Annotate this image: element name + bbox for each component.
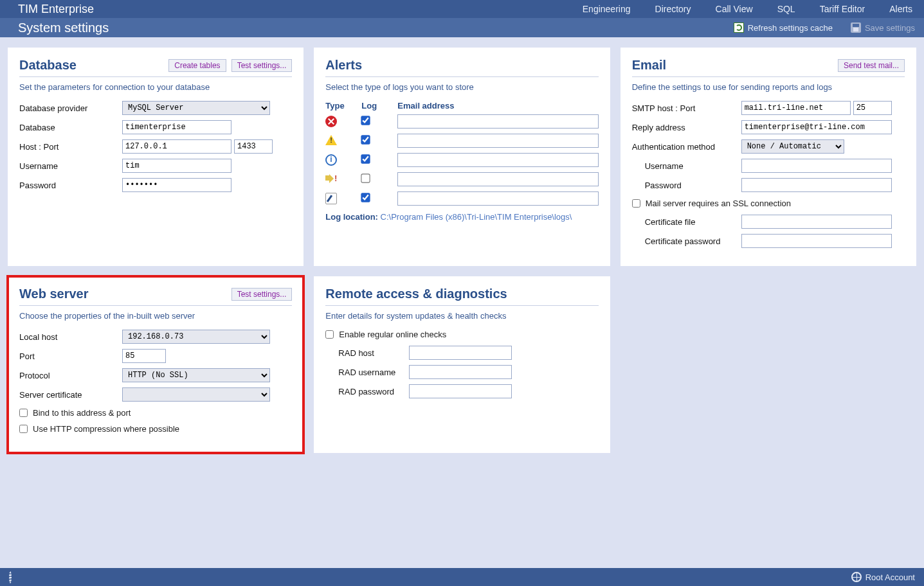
database-desc: Set the parameters for connection to you… [19, 82, 292, 92]
rad-pass-label: RAD password [325, 387, 409, 396]
rad-host-label: RAD host [325, 348, 409, 358]
save-settings-button[interactable]: Save settings [851, 22, 915, 33]
auth-label: Authentication method [632, 142, 741, 152]
cert-input[interactable] [741, 215, 892, 229]
db-password-input[interactable] [122, 178, 231, 192]
ssl-checkbox[interactable] [632, 199, 640, 208]
log-location: Log location: C:\Program Files (x86)\Tri… [325, 212, 598, 222]
enable-checks-label: Enable regular online checks [339, 330, 446, 339]
db-name-label: Database [19, 123, 122, 132]
alerts-row-error [325, 114, 598, 129]
auth-select[interactable]: None / Automatic [741, 139, 844, 154]
brand-light: Enterprise [38, 3, 94, 15]
db-host-input[interactable] [122, 139, 231, 154]
compress-label: Use HTTP compression where possible [33, 424, 179, 434]
alerts-error-email-input[interactable] [397, 114, 598, 129]
email-desc: Define the settings to use for sending r… [632, 82, 905, 92]
db-hostport-label: Host : Port [19, 142, 122, 152]
smtp-label: SMTP host : Port [632, 103, 741, 113]
nav-engineering[interactable]: Engineering [583, 4, 631, 14]
ws-port-input[interactable] [122, 349, 166, 363]
bind-label: Bind to this address & port [33, 408, 131, 418]
database-title: Database [19, 58, 77, 73]
alerts-sound-email-input[interactable] [397, 172, 598, 186]
remote-panel: Remote access & diagnostics Enter detail… [314, 276, 610, 453]
email-panel: Email Send test mail... Define the setti… [621, 48, 916, 266]
page-title: System settings [18, 21, 109, 35]
alerts-row-warn [325, 134, 598, 148]
webserver-panel: Web server Test settings... Choose the p… [8, 276, 303, 453]
alerts-title: Alerts [325, 58, 362, 73]
info-icon [325, 154, 337, 166]
refresh-settings-button[interactable]: Refresh settings cache [734, 22, 833, 33]
alerts-warn-email-input[interactable] [397, 134, 598, 148]
ws-cert-label: Server certificate [19, 390, 122, 400]
alerts-edit-email-input[interactable] [397, 191, 598, 206]
email-user-label: Username [645, 161, 741, 171]
ws-port-label: Port [19, 351, 122, 361]
smtp-port-input[interactable] [853, 101, 892, 115]
compress-checkbox[interactable] [19, 425, 28, 433]
db-username-input[interactable] [122, 159, 231, 173]
alerts-error-checkbox[interactable] [361, 116, 370, 125]
nav-callview[interactable]: Call View [716, 4, 753, 14]
alerts-col-log: Log [361, 101, 397, 111]
refresh-icon [734, 22, 744, 33]
top-bar: TIM Enterprise Engineering Directory Cal… [0, 0, 924, 18]
alerts-info-email-input[interactable] [397, 153, 598, 167]
alerts-info-checkbox[interactable] [361, 154, 370, 163]
alerts-panel: Alerts Select the type of logs you want … [314, 48, 610, 266]
save-label: Save settings [865, 23, 915, 33]
localhost-label: Local host [19, 332, 122, 342]
database-panel: Database Create tables Test settings... … [8, 48, 303, 266]
protocol-select[interactable]: HTTP (No SSL) [122, 368, 270, 382]
refresh-label: Refresh settings cache [748, 23, 833, 33]
alerts-row-sound: ! [325, 172, 598, 186]
db-username-label: Username [19, 161, 122, 171]
webserver-title: Web server [19, 287, 88, 301]
bind-checkbox[interactable] [19, 409, 28, 417]
alerts-sound-checkbox[interactable] [361, 173, 370, 182]
db-port-input[interactable] [234, 139, 273, 154]
sub-bar: System settings Refresh settings cache S… [0, 18, 924, 37]
certpass-label: Certificate password [645, 236, 741, 246]
alerts-warn-checkbox[interactable] [361, 135, 370, 144]
send-test-mail-button[interactable]: Send test mail... [838, 59, 905, 72]
alerts-edit-checkbox[interactable] [361, 193, 370, 202]
certpass-input[interactable] [741, 234, 892, 248]
localhost-select[interactable]: 192.168.0.73 [122, 330, 270, 344]
reply-label: Reply address [632, 123, 741, 132]
ws-test-settings-button[interactable]: Test settings... [231, 288, 293, 301]
edit-icon [325, 193, 337, 204]
panels-grid: Database Create tables Test settings... … [0, 37, 924, 466]
webserver-desc: Choose the properties of the in-built we… [19, 311, 292, 321]
reply-input[interactable] [741, 120, 892, 134]
db-provider-select[interactable]: MySQL Server [122, 101, 270, 115]
create-tables-button[interactable]: Create tables [168, 59, 226, 72]
db-test-settings-button[interactable]: Test settings... [231, 59, 293, 72]
smtp-host-input[interactable] [741, 101, 851, 115]
db-password-label: Password [19, 181, 122, 190]
log-location-path: C:\Program Files (x86)\Tri-Line\TIM Ente… [381, 212, 572, 222]
enable-checks-checkbox[interactable] [325, 330, 334, 339]
protocol-label: Protocol [19, 371, 122, 380]
error-icon [325, 116, 337, 127]
remote-desc: Enter details for system updates & healt… [325, 311, 598, 321]
email-pass-input[interactable] [741, 178, 892, 192]
rad-user-label: RAD username [325, 368, 409, 377]
rad-pass-input[interactable] [409, 384, 512, 398]
nav-directory[interactable]: Directory [655, 4, 691, 14]
log-location-label: Log location: [325, 212, 378, 222]
alerts-col-type: Type [325, 101, 361, 111]
rad-host-input[interactable] [409, 346, 512, 360]
alerts-desc: Select the type of logs you want to stor… [325, 82, 598, 92]
db-name-input[interactable] [122, 120, 231, 134]
nav-sql[interactable]: SQL [777, 4, 795, 14]
nav-alerts[interactable]: Alerts [889, 4, 912, 14]
ws-cert-select[interactable] [122, 387, 270, 402]
email-user-input[interactable] [741, 159, 892, 173]
email-title: Email [632, 58, 666, 73]
empty-cell [621, 276, 916, 453]
rad-user-input[interactable] [409, 365, 512, 379]
nav-tariff[interactable]: Tariff Editor [820, 4, 865, 14]
